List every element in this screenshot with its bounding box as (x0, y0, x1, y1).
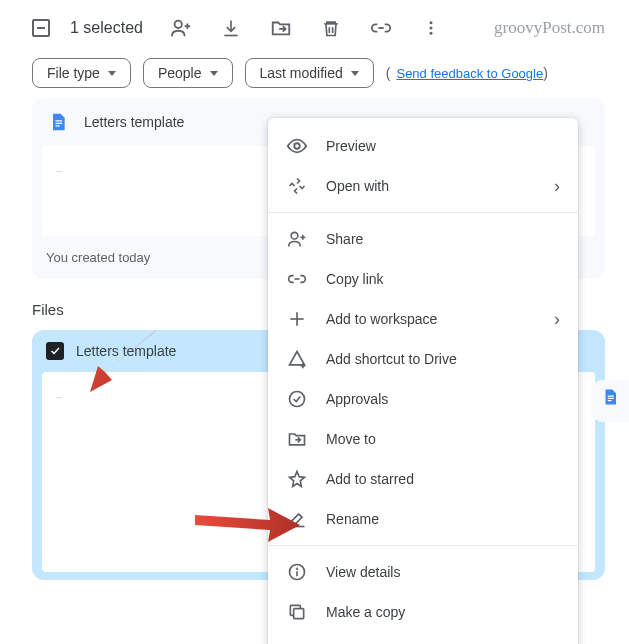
menu-move-to[interactable]: Move to (268, 419, 578, 459)
link-icon (286, 268, 308, 290)
filter-label: File type (47, 65, 100, 81)
menu-add-shortcut[interactable]: Add shortcut to Drive (268, 339, 578, 379)
plus-icon (286, 308, 308, 330)
menu-rename[interactable]: Rename (268, 499, 578, 539)
card-title: Letters template (84, 114, 184, 130)
watermark-text: groovyPost.com (494, 18, 605, 38)
approvals-icon (286, 388, 308, 410)
menu-make-a-copy[interactable]: Make a copy (268, 592, 578, 632)
menu-copy-link[interactable]: Copy link (268, 259, 578, 299)
open-with-icon (286, 175, 308, 197)
svg-point-6 (429, 27, 432, 30)
action-toolbar: 1 selected groovyPost.com (0, 0, 629, 48)
svg-rect-21 (294, 609, 304, 619)
menu-view-details[interactable]: View details (268, 552, 578, 592)
info-icon (286, 561, 308, 583)
chevron-right-icon: › (554, 309, 560, 330)
svg-point-20 (297, 568, 298, 569)
menu-download[interactable]: Download (268, 632, 578, 644)
docs-file-icon (598, 385, 622, 409)
menu-divider (268, 545, 578, 546)
move-folder-icon[interactable] (269, 16, 293, 40)
move-folder-icon (286, 428, 308, 450)
share-person-icon[interactable] (169, 16, 193, 40)
selection-indicator-icon[interactable] (32, 19, 50, 37)
copy-icon (286, 601, 308, 623)
more-options-icon[interactable] (419, 16, 443, 40)
selected-count: 1 selected (70, 19, 143, 37)
eye-icon (286, 135, 308, 157)
menu-add-to-starred[interactable]: Add to starred (268, 459, 578, 499)
menu-approvals[interactable]: Approvals (268, 379, 578, 419)
caret-down-icon (210, 71, 218, 76)
checkbox-checked-icon[interactable] (46, 342, 64, 360)
shortcut-icon (286, 348, 308, 370)
chevron-right-icon: › (554, 176, 560, 197)
file-card-peek[interactable] (591, 380, 629, 422)
docs-file-icon (46, 110, 70, 134)
svg-point-0 (175, 21, 182, 28)
feedback-wrapper: (Send feedback to Google) (386, 65, 548, 81)
svg-point-9 (291, 232, 298, 239)
context-menu: Preview Open with › Share Copy link Add … (268, 118, 578, 644)
svg-point-7 (429, 32, 432, 35)
filter-people[interactable]: People (143, 58, 233, 88)
menu-share[interactable]: Share (268, 219, 578, 259)
menu-divider (268, 212, 578, 213)
menu-open-with[interactable]: Open with › (268, 166, 578, 206)
link-icon[interactable] (369, 16, 393, 40)
download-icon[interactable] (219, 16, 243, 40)
feedback-link[interactable]: Send feedback to Google (396, 66, 543, 81)
filter-row: File type People Last modified (Send fee… (0, 48, 629, 98)
caret-down-icon (108, 71, 116, 76)
caret-down-icon (351, 71, 359, 76)
menu-add-to-workspace[interactable]: Add to workspace › (268, 299, 578, 339)
filter-label: Last modified (260, 65, 343, 81)
trash-icon[interactable] (319, 16, 343, 40)
menu-preview[interactable]: Preview (268, 126, 578, 166)
file-title: Letters template (76, 343, 176, 359)
person-plus-icon (286, 228, 308, 250)
star-icon (286, 468, 308, 490)
svg-point-8 (294, 143, 300, 149)
pencil-icon (286, 508, 308, 530)
filter-label: People (158, 65, 202, 81)
filter-last-modified[interactable]: Last modified (245, 58, 374, 88)
filter-file-type[interactable]: File type (32, 58, 131, 88)
svg-point-16 (290, 392, 305, 407)
svg-point-5 (429, 21, 432, 24)
